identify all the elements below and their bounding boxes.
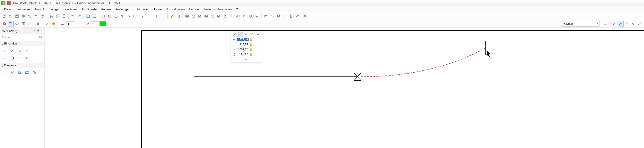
column-icon[interactable] <box>288 13 294 19</box>
rotate-3d-icon[interactable] <box>254 13 260 19</box>
tools-search-input[interactable] <box>1 36 38 39</box>
ang-lock-icon[interactable]: 🔓 <box>249 53 253 56</box>
line-preview-icon[interactable] <box>76 21 84 27</box>
align-left-icon[interactable] <box>263 13 269 19</box>
push-out-icon[interactable] <box>248 13 254 19</box>
menu-bearbeiten[interactable]: Bearbeiten <box>13 6 32 12</box>
copy-properties-icon[interactable] <box>27 13 33 19</box>
mode-line-icon[interactable] <box>232 32 237 37</box>
panel-dropdown-icon[interactable]: ▾ <box>34 29 35 32</box>
section-hilfslinien[interactable]: Hilfslinien <box>0 41 44 46</box>
seg-arc-tangent-icon[interactable] <box>618 21 624 27</box>
skew-select-icon[interactable] <box>126 13 132 19</box>
elem-rect-icon[interactable] <box>16 70 23 76</box>
box-x3-icon[interactable] <box>197 13 203 19</box>
menu-ausfertigen[interactable]: Ausfertigen <box>113 6 132 12</box>
helper-arc-icon[interactable] <box>24 55 30 61</box>
align-center-icon[interactable] <box>269 13 275 19</box>
snap-icon[interactable] <box>282 13 288 19</box>
menu-fenster[interactable]: Fenster <box>187 6 202 12</box>
len-lock-icon[interactable]: 🔓 <box>249 48 253 51</box>
seg-arc-3pt-icon[interactable] <box>624 21 630 27</box>
new-file-icon[interactable] <box>1 13 7 19</box>
menu-information[interactable]: Information <box>132 6 152 12</box>
panel-pin-icon[interactable]: 📌 <box>36 29 40 32</box>
zoom-out-minus-icon[interactable] <box>92 13 98 19</box>
menu-einstellungen[interactable]: Einstellungen <box>164 6 187 12</box>
menu-tastenkombinationen[interactable]: Tastenkombinationen <box>202 6 234 12</box>
box-x2-icon[interactable] <box>190 13 196 19</box>
paste-icon[interactable] <box>61 13 67 19</box>
dx-lock-icon[interactable]: 🔓 <box>249 38 253 41</box>
search-icon[interactable]: 🔍 <box>39 36 43 39</box>
section-elemente[interactable]: Elemente <box>0 63 44 68</box>
dy-value[interactable]: 216,35 <box>237 43 248 46</box>
seg-spline-icon[interactable] <box>637 21 643 27</box>
push-right-icon[interactable] <box>228 13 234 19</box>
ang-value[interactable]: 12,48 ° <box>237 53 248 56</box>
mode-arc-tangent-icon[interactable] <box>238 32 243 37</box>
pen-input[interactable] <box>90 21 100 26</box>
lasso-icon[interactable] <box>138 13 144 19</box>
copy-icon[interactable] <box>55 13 60 19</box>
arc-icon[interactable] <box>295 13 300 19</box>
helper-parallel-icon[interactable] <box>24 48 30 54</box>
helper-rect-icon[interactable] <box>16 55 23 61</box>
undo-icon[interactable] <box>70 13 76 19</box>
color-swatch[interactable] <box>100 21 106 26</box>
axis-vertical-icon[interactable] <box>154 13 160 19</box>
edit-region-icon[interactable] <box>175 13 181 19</box>
menu-[interactable]: ? <box>234 6 240 12</box>
helper-line-dashed-icon[interactable] <box>2 48 8 54</box>
seg-line-icon[interactable] <box>611 21 617 27</box>
menu-ndern[interactable]: Ändern <box>99 6 113 12</box>
dy-lock-icon[interactable]: 🔓 <box>249 43 253 46</box>
help-icon[interactable]: ? <box>51 21 57 27</box>
push-left-icon[interactable] <box>235 13 241 19</box>
menu-zeichnen[interactable]: Zeichnen <box>62 6 79 12</box>
helper-perp-icon[interactable] <box>16 48 23 54</box>
menu-datei[interactable]: Datei <box>2 6 13 12</box>
mirror-icon[interactable] <box>120 13 125 19</box>
panel-close-icon[interactable]: ✕ <box>41 29 43 32</box>
eraser-icon[interactable] <box>169 13 175 19</box>
len-value[interactable]: 1001,12 <box>237 48 248 51</box>
box-x5-icon[interactable] <box>210 13 216 19</box>
menu-einfgen[interactable]: Einfügen <box>46 6 62 12</box>
box-x6-icon[interactable] <box>216 13 222 19</box>
circle-select-icon[interactable] <box>113 13 119 19</box>
cut-icon[interactable] <box>48 13 54 19</box>
push-in-icon[interactable] <box>241 13 247 19</box>
box-x1-icon[interactable] <box>184 13 190 19</box>
helper-circle-icon[interactable] <box>2 55 8 61</box>
select-dashed-icon[interactable] <box>8 21 14 27</box>
dashed-select-icon[interactable] <box>132 13 138 19</box>
grid-icon[interactable] <box>20 21 26 27</box>
3d-icon[interactable]: 3D <box>301 13 309 19</box>
helper-cross-icon[interactable] <box>31 48 37 54</box>
menu-ansicht[interactable]: Ansicht <box>32 6 46 12</box>
helper-angle-icon[interactable] <box>9 48 16 54</box>
layers-icon[interactable] <box>14 21 20 27</box>
poly-select-icon[interactable] <box>107 13 112 19</box>
align-right-icon[interactable] <box>276 13 282 19</box>
elem-line-icon[interactable] <box>2 70 8 76</box>
pointer-icon[interactable] <box>36 21 42 27</box>
mode-spline-icon[interactable] <box>256 32 261 37</box>
menu-arobjekte[interactable]: AR-Objekte <box>79 6 99 12</box>
dx-value[interactable]: 977,46 <box>237 38 248 41</box>
zoom-in-plus-icon[interactable] <box>85 13 91 19</box>
snap-point-icon[interactable] <box>44 21 50 27</box>
drawing-canvas[interactable]: ↔ 977,46 🔓 ↕ 216,35 🔓 ↗ 1001,12 🔓 ∡ 12,4… <box>44 28 644 148</box>
confirm-check-icon[interactable]: ✔ <box>245 58 248 61</box>
print-icon[interactable] <box>20 13 26 19</box>
menu-extras[interactable]: Extras <box>152 6 165 12</box>
cancel-icon[interactable] <box>1 21 7 27</box>
pyramid-icon[interactable] <box>222 13 228 19</box>
refresh-icon[interactable] <box>33 13 39 19</box>
linetype-icon[interactable] <box>60 21 66 27</box>
mode-arc-3pt-icon[interactable] <box>244 32 249 37</box>
linetype-input[interactable] <box>66 21 75 26</box>
pen-icon[interactable] <box>84 21 90 27</box>
rect-select-icon[interactable] <box>100 13 106 19</box>
